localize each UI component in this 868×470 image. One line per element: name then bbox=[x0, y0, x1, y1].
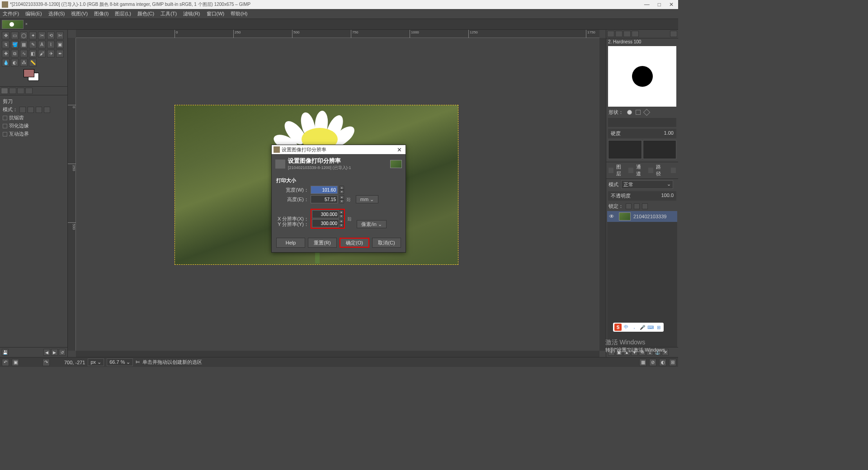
menu-help[interactable]: 帮助(H) bbox=[231, 10, 247, 17]
status-undo-icon[interactable]: ↶ bbox=[2, 359, 9, 366]
res-unit-select[interactable]: 像素/in⌄ bbox=[357, 220, 387, 228]
menu-filters[interactable]: 滤镜(R) bbox=[183, 10, 200, 17]
tool-brush[interactable]: 🖌 bbox=[38, 50, 46, 57]
size-link-icon[interactable]: ⛓ bbox=[346, 197, 351, 202]
status-nav-icon[interactable]: ▦ bbox=[639, 359, 646, 366]
dock-tab-brushes[interactable] bbox=[607, 31, 614, 37]
layers-tab-icon[interactable] bbox=[609, 168, 613, 173]
ime-toolbar[interactable]: S 中 ， 🎤 ⌨ ⊞ bbox=[613, 323, 664, 332]
channels-tab-icon[interactable] bbox=[628, 168, 633, 173]
dock-tab-images[interactable] bbox=[25, 88, 33, 94]
feather-checkbox[interactable] bbox=[3, 124, 7, 128]
dock-tab-device[interactable] bbox=[9, 88, 16, 94]
merge-down-icon[interactable]: ⤓ bbox=[646, 349, 653, 356]
mode-add[interactable] bbox=[28, 107, 34, 113]
tool-blur[interactable]: 💧 bbox=[2, 59, 9, 66]
menu-windows[interactable]: 窗口(W) bbox=[207, 10, 225, 17]
minimize-button[interactable]: — bbox=[644, 1, 650, 8]
menu-image[interactable]: 图像(I) bbox=[94, 10, 108, 17]
ime-logo-icon[interactable]: S bbox=[614, 324, 622, 331]
shape-diamond[interactable] bbox=[643, 109, 651, 116]
tab-close-icon[interactable]: × bbox=[25, 22, 28, 26]
dock-tab-fonts[interactable] bbox=[623, 31, 631, 37]
mode-replace[interactable] bbox=[19, 107, 26, 113]
new-layer-icon[interactable]: + bbox=[608, 349, 615, 356]
status-mask-icon[interactable]: ▣ bbox=[12, 359, 19, 366]
lock-pixels-icon[interactable] bbox=[626, 203, 632, 209]
tab-channels[interactable]: 通道 bbox=[636, 164, 646, 177]
tool-scissors[interactable]: ✄ bbox=[56, 32, 64, 39]
tool-text[interactable]: A bbox=[38, 41, 46, 48]
size-unit-select[interactable]: mm⌄ bbox=[356, 195, 378, 203]
yres-input[interactable]: 300.000 bbox=[312, 219, 339, 227]
status-redo-icon[interactable]: ↷ bbox=[42, 359, 50, 366]
dock-tab-patterns[interactable] bbox=[615, 31, 623, 37]
ime-keyboard-icon[interactable]: ⌨ bbox=[647, 324, 654, 331]
tool-pencil[interactable]: ✎ bbox=[29, 41, 37, 48]
layer-name[interactable]: 210402103339 bbox=[633, 214, 666, 219]
status-display-filter-icon[interactable]: ⊞ bbox=[669, 359, 676, 366]
xres-input[interactable]: 300.000 bbox=[312, 210, 339, 218]
raise-layer-icon[interactable]: ▲ bbox=[623, 349, 630, 356]
scrollbar-vertical[interactable] bbox=[599, 38, 606, 351]
tool-align[interactable]: ▣ bbox=[56, 41, 64, 48]
tool-heal[interactable]: ✚ bbox=[2, 50, 9, 57]
image-tab[interactable]: × bbox=[2, 20, 24, 29]
tool-clone[interactable]: ⧉ bbox=[11, 50, 19, 57]
zoom-select[interactable]: 66.7 % ⌄ bbox=[107, 358, 133, 366]
tool-ink[interactable]: ✒ bbox=[56, 50, 64, 57]
resolution-link-icon[interactable]: ⛓ bbox=[347, 216, 352, 221]
dock-tab-history[interactable] bbox=[17, 88, 24, 94]
tool-smudge[interactable]: ∿ bbox=[20, 50, 28, 57]
foreground-color[interactable] bbox=[24, 69, 34, 77]
antialias-checkbox[interactable] bbox=[3, 116, 7, 120]
dock-tab-tool-options[interactable] bbox=[1, 88, 8, 94]
ime-lang[interactable]: 中 bbox=[623, 324, 630, 331]
brush-slider[interactable] bbox=[608, 118, 676, 127]
lock-position-icon[interactable] bbox=[634, 203, 640, 209]
dialog-titlebar[interactable]: 设置图像打印分辨率 ✕ bbox=[272, 145, 406, 154]
save-tool-preset-icon[interactable]: 💾 bbox=[2, 349, 9, 356]
width-spinner[interactable]: ▲▼ bbox=[340, 186, 344, 194]
dialog-close-icon[interactable]: ✕ bbox=[395, 146, 404, 153]
mode-subtract[interactable] bbox=[36, 107, 42, 113]
ruler-horizontal[interactable]: 0 250 500 750 1000 1250 1750 bbox=[76, 30, 599, 38]
tool-fuzzy-select[interactable]: ✦ bbox=[29, 32, 37, 39]
width-input[interactable]: 101.60 bbox=[311, 186, 338, 194]
ime-grid-icon[interactable]: ⊞ bbox=[655, 324, 662, 331]
tab-paths[interactable]: 路径 bbox=[656, 164, 665, 177]
opacity-row[interactable]: 不透明度 100.0 bbox=[608, 191, 676, 201]
tool-airbrush[interactable]: ✈ bbox=[47, 50, 55, 57]
menu-edit[interactable]: 编辑(E) bbox=[25, 10, 42, 17]
tool-rect-select[interactable]: ▭ bbox=[11, 32, 19, 39]
tool-path[interactable]: ⌇ bbox=[47, 41, 55, 48]
reset-tool-right-icon[interactable]: ▶ bbox=[51, 349, 58, 356]
tool-rotate[interactable]: ⟲ bbox=[47, 32, 55, 39]
menu-tools[interactable]: 工具(T) bbox=[160, 10, 177, 17]
reset-tool-options-icon[interactable]: ↺ bbox=[59, 349, 66, 356]
ok-button[interactable]: 确定(O) bbox=[340, 238, 369, 248]
menu-select[interactable]: 选择(S) bbox=[48, 10, 65, 17]
color-swatches[interactable] bbox=[24, 69, 42, 83]
yres-spinner[interactable]: ▲▼ bbox=[339, 219, 344, 227]
layers-dock-menu-icon[interactable] bbox=[671, 168, 676, 173]
tab-layers[interactable]: 图层 bbox=[616, 164, 626, 177]
tool-crop[interactable]: ✂ bbox=[38, 32, 46, 39]
shape-circle[interactable] bbox=[627, 110, 632, 115]
shape-square[interactable] bbox=[636, 110, 641, 115]
status-soft-proof-icon[interactable]: ◐ bbox=[659, 359, 666, 366]
hardness-row[interactable]: 硬度 1.00 bbox=[608, 129, 676, 138]
menu-view[interactable]: 视图(V) bbox=[71, 10, 88, 17]
mode-intersect[interactable] bbox=[44, 107, 50, 113]
tool-gradient[interactable]: ▦ bbox=[20, 41, 28, 48]
height-spinner[interactable]: ▲▼ bbox=[340, 195, 344, 203]
tool-bucket[interactable]: 🪣 bbox=[11, 41, 19, 48]
anchor-layer-icon[interactable]: ⚓ bbox=[654, 349, 661, 356]
tool-dodge[interactable]: ◐ bbox=[11, 59, 19, 66]
xres-spinner[interactable]: ▲▼ bbox=[339, 210, 344, 218]
status-cancel-icon[interactable]: ⊘ bbox=[649, 359, 656, 366]
delete-layer-icon[interactable]: ✕ bbox=[662, 349, 669, 356]
dock-tab-document-history[interactable] bbox=[632, 31, 639, 37]
blend-mode-select[interactable]: 正常⌄ bbox=[621, 180, 673, 189]
tool-eraser[interactable]: ◧ bbox=[29, 50, 37, 57]
